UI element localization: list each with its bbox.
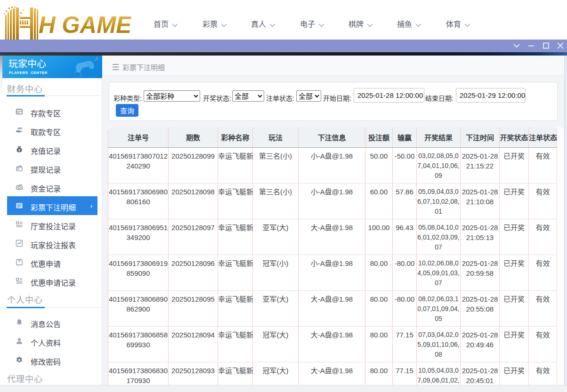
svg-text:H GAME: H GAME <box>39 12 131 38</box>
